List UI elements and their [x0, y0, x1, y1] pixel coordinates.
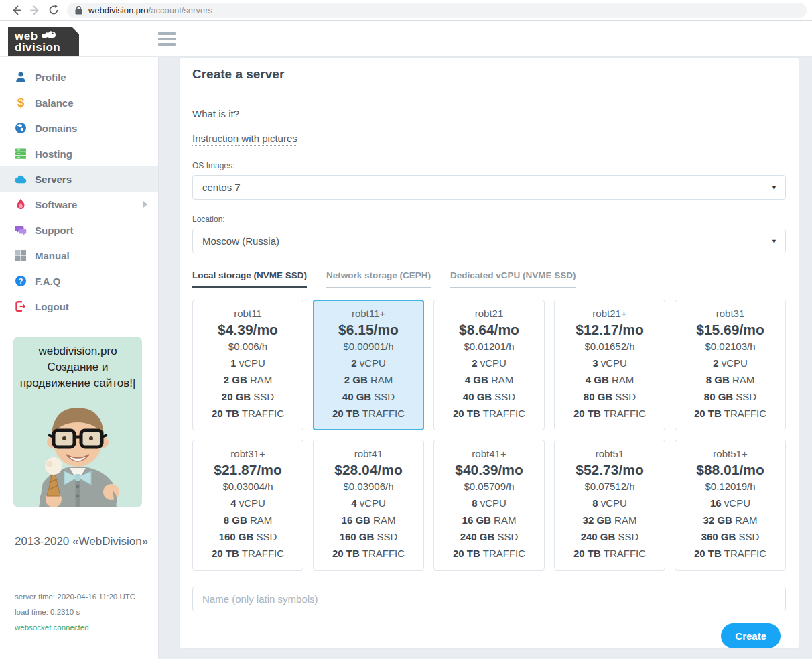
server-name-input[interactable] [192, 587, 786, 611]
plan-monthly-price: $88.01/mo [678, 462, 783, 478]
sidebar-item[interactable]: Manual [0, 243, 158, 268]
plan-name: robt51 [557, 448, 662, 459]
sidebar-item[interactable]: Profile [0, 64, 158, 90]
sidebar-item[interactable]: Logout [0, 294, 158, 319]
sidebar-item-label: Logout [35, 301, 69, 312]
user-icon [15, 71, 27, 83]
plan-traffic: 20 TB TRAFFIC [316, 405, 421, 422]
plan-name: robt51+ [678, 448, 783, 459]
forward-icon[interactable] [25, 1, 44, 19]
logout-icon [15, 300, 27, 312]
plan-traffic: 20 TB TRAFFIC [678, 405, 783, 422]
sidebar-item[interactable]: Software [0, 192, 158, 217]
sidebar-item[interactable]: Hosting [0, 141, 158, 166]
chat-icon [15, 224, 27, 236]
load-time: load time: 0.2310 s [15, 608, 158, 616]
plan-vcpu: 8 vCPU [437, 495, 541, 512]
plan-hourly-price: $0.03906/h [316, 478, 421, 495]
address-bar[interactable]: webdivision.pro/account/servers [67, 3, 807, 18]
logo[interactable]: web division [8, 27, 79, 56]
sidebar-item[interactable]: Servers [0, 166, 158, 192]
plan-ram: 4 GB RAM [437, 371, 541, 388]
sidebar-item-label: Manual [35, 250, 70, 261]
plan-vcpu: 4 vCPU [196, 495, 300, 512]
plan-vcpu: 3 vCPU [557, 355, 662, 371]
copyright-link[interactable]: «WebDivision» [72, 535, 148, 548]
svg-text:?: ? [19, 277, 23, 285]
plan-ram: 32 GB RAM [678, 512, 783, 528]
plan-monthly-price: $6.15/mo [316, 322, 421, 338]
sidebar-menu: Profile $ Balance Domains Hosting Ser [0, 57, 158, 319]
sidebar-item-label: Domains [35, 123, 77, 134]
plan-monthly-price: $15.69/mo [678, 322, 783, 338]
sidebar-item-label: Servers [35, 174, 72, 185]
server-plan-card[interactable]: robt51 $52.73/mo $0.07512/h 8 vCPU 32 GB… [554, 440, 665, 571]
server-plan-card[interactable]: robt11 $4.39/mo $0.006/h 1 vCPU 2 GB RAM… [192, 300, 303, 430]
plan-monthly-price: $21.87/mo [196, 462, 300, 478]
plan-ram: 16 GB RAM [316, 512, 421, 528]
url-path: /account/servers [149, 5, 212, 15]
create-server-panel: Create a server What is it? Instruction … [179, 57, 799, 649]
main-area: Create a server What is it? Instruction … [159, 57, 812, 659]
os-images-value: centos 7 [202, 182, 241, 193]
plan-ram: 2 GB RAM [316, 371, 421, 388]
question-icon: ? [15, 275, 27, 287]
plan-hourly-price: $0.006/h [196, 338, 300, 355]
server-plan-card[interactable]: robt31 $15.69/mo $0.02103/h 2 vCPU 8 GB … [675, 300, 786, 430]
server-plan-card[interactable]: robt31+ $21.87/mo $0.03004/h 4 vCPU 8 GB… [192, 440, 303, 571]
plan-name: robt41+ [437, 448, 541, 459]
storage-tab[interactable]: Network storage (CEPH) [326, 270, 431, 288]
server-plan-card[interactable]: robt41 $28.04/mo $0.03906/h 4 vCPU 16 GB… [313, 440, 424, 571]
ad-banner[interactable]: webdivision.pro Создание и продвижение с… [13, 337, 142, 507]
server-plan-card[interactable]: robt21 $8.64/mo $0.01201/h 2 vCPU 4 GB R… [433, 300, 545, 430]
url-host: webdivision.pro [88, 5, 149, 15]
plan-traffic: 20 TB TRAFFIC [316, 545, 421, 562]
page-title: Create a server [192, 67, 786, 82]
sidebar-item[interactable]: ? F.A.Q [0, 268, 158, 294]
os-images-select[interactable]: centos 7 ▼ [192, 175, 786, 200]
plan-name: robt21 [437, 308, 541, 319]
instruction-link[interactable]: Instruction with pictures [192, 133, 297, 146]
plan-monthly-price: $52.73/mo [557, 462, 662, 478]
sidebar-item[interactable]: $ Balance [0, 90, 158, 115]
server-plan-card[interactable]: robt41+ $40.39/mo $0.05709/h 8 vCPU 16 G… [433, 440, 545, 571]
create-button[interactable]: Create [721, 623, 781, 648]
plan-ssd: 40 GB SSD [437, 388, 541, 405]
select-arrow-icon: ▼ [771, 184, 777, 191]
os-images-label: OS Images: [192, 161, 786, 170]
plan-ram: 4 GB RAM [557, 371, 662, 388]
storage-tab[interactable]: Dedicated vCPU (NVME SSD) [450, 270, 576, 288]
plan-ssd: 80 GB SSD [678, 388, 783, 405]
what-is-it-link[interactable]: What is it? [192, 108, 239, 121]
url-text: webdivision.pro/account/servers [88, 5, 212, 15]
chevron-right-icon [143, 201, 147, 208]
plan-ssd: 80 GB SSD [557, 388, 662, 405]
back-icon[interactable] [7, 1, 25, 19]
storage-tab[interactable]: Local storage (NVME SSD) [192, 270, 307, 288]
plan-name: robt11+ [316, 308, 421, 319]
reload-icon[interactable] [44, 1, 63, 19]
logo-notch [72, 27, 79, 34]
plan-vcpu: 2 vCPU [678, 355, 783, 371]
server-plan-card[interactable]: robt21+ $12.17/mo $0.01652/h 3 vCPU 4 GB… [554, 300, 665, 430]
plan-ram: 32 GB RAM [557, 512, 662, 528]
plan-hourly-price: $0.12019/h [678, 478, 783, 495]
sidebar-item[interactable]: Domains [0, 115, 158, 141]
plan-vcpu: 2 vCPU [437, 355, 541, 371]
menu-toggle-icon[interactable] [158, 31, 176, 47]
browser-toolbar: webdivision.pro/account/servers [0, 0, 812, 21]
flame-icon [15, 198, 27, 211]
server-plan-card[interactable]: robt51+ $88.01/mo $0.12019/h 16 vCPU 32 … [675, 440, 786, 571]
sidebar-item-label: Profile [35, 72, 66, 83]
sidebar-item[interactable]: Support [0, 217, 158, 243]
cloud-icon [15, 173, 27, 185]
plan-hourly-price: $0.05709/h [437, 478, 541, 495]
server-plan-card[interactable]: robt11+ $6.15/mo $0.00901/h 2 vCPU 2 GB … [313, 300, 424, 430]
plan-traffic: 20 TB TRAFFIC [678, 545, 783, 562]
plan-ram: 8 GB RAM [678, 371, 783, 388]
plan-vcpu: 2 vCPU [316, 355, 421, 371]
plan-ssd: 160 GB SSD [316, 528, 421, 545]
ad-text-1: webdivision.pro [38, 345, 117, 357]
location-select[interactable]: Moscow (Russia) ▼ [192, 229, 786, 253]
plan-name: robt31 [678, 308, 783, 319]
